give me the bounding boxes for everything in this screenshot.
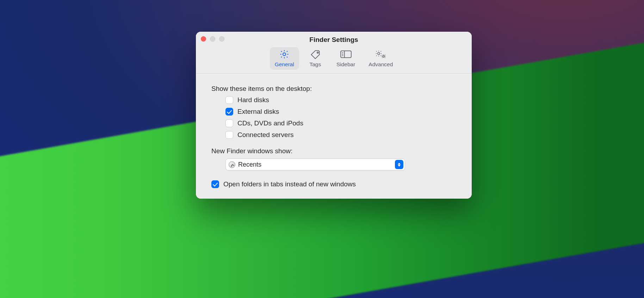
- sidebar-icon: [338, 49, 354, 59]
- checkbox-row-hard-disks: Hard disks: [225, 96, 456, 104]
- desktop-items-heading: Show these items on the desktop:: [211, 85, 456, 93]
- window-title: Finder Settings: [196, 36, 472, 44]
- settings-content: Show these items on the desktop: Hard di…: [196, 74, 472, 199]
- tab-general[interactable]: General: [270, 47, 299, 70]
- external-disks-checkbox[interactable]: [225, 108, 233, 116]
- gears-icon: [373, 49, 389, 59]
- tab-label: Advanced: [369, 61, 393, 68]
- svg-point-1: [317, 52, 318, 54]
- popup-arrows-icon: [395, 160, 403, 169]
- recents-clock-icon: [229, 161, 235, 168]
- popup-selected-value: Recents: [238, 161, 392, 168]
- titlebar: Finder Settings General T: [196, 32, 472, 74]
- tab-tags[interactable]: Tags: [303, 47, 328, 70]
- tag-icon: [308, 49, 323, 59]
- finder-settings-window: Finder Settings General T: [196, 32, 472, 199]
- new-finder-windows-heading: New Finder windows show:: [211, 147, 456, 155]
- tab-label: Tags: [310, 61, 321, 68]
- svg-point-0: [283, 53, 286, 56]
- gear-icon: [277, 49, 292, 59]
- traffic-lights: [201, 36, 224, 42]
- open-in-tabs-checkbox[interactable]: [211, 180, 219, 188]
- tab-sidebar[interactable]: Sidebar: [332, 47, 360, 70]
- tab-label: General: [275, 61, 294, 68]
- hard-disks-checkbox[interactable]: [225, 96, 233, 104]
- checkbox-row-connected-servers: Connected servers: [225, 131, 456, 139]
- settings-tab-bar: General Tags: [196, 46, 472, 73]
- svg-point-8: [383, 56, 384, 57]
- checkbox-label: External disks: [237, 108, 279, 116]
- open-in-tabs-row: Open folders in tabs instead of new wind…: [211, 180, 456, 188]
- connected-servers-checkbox[interactable]: [225, 131, 233, 139]
- desktop-items-list: Hard disks External disks CDs, DVDs and …: [211, 96, 456, 139]
- tab-advanced[interactable]: Advanced: [364, 47, 398, 70]
- window-zoom-button[interactable]: [219, 36, 224, 42]
- checkbox-row-cds-dvds-ipods: CDs, DVDs and iPods: [225, 119, 456, 127]
- checkbox-label: Connected servers: [237, 131, 293, 139]
- checkbox-label: CDs, DVDs and iPods: [237, 119, 303, 127]
- window-minimize-button[interactable]: [210, 36, 215, 42]
- tab-label: Sidebar: [336, 61, 355, 68]
- checkbox-label: Open folders in tabs instead of new wind…: [223, 180, 356, 188]
- new-finder-windows-popup[interactable]: Recents: [225, 159, 405, 170]
- svg-point-7: [378, 52, 380, 55]
- cds-dvds-ipods-checkbox[interactable]: [225, 119, 233, 127]
- checkbox-row-external-disks: External disks: [225, 108, 456, 116]
- window-close-button[interactable]: [201, 36, 206, 42]
- checkbox-label: Hard disks: [237, 96, 269, 104]
